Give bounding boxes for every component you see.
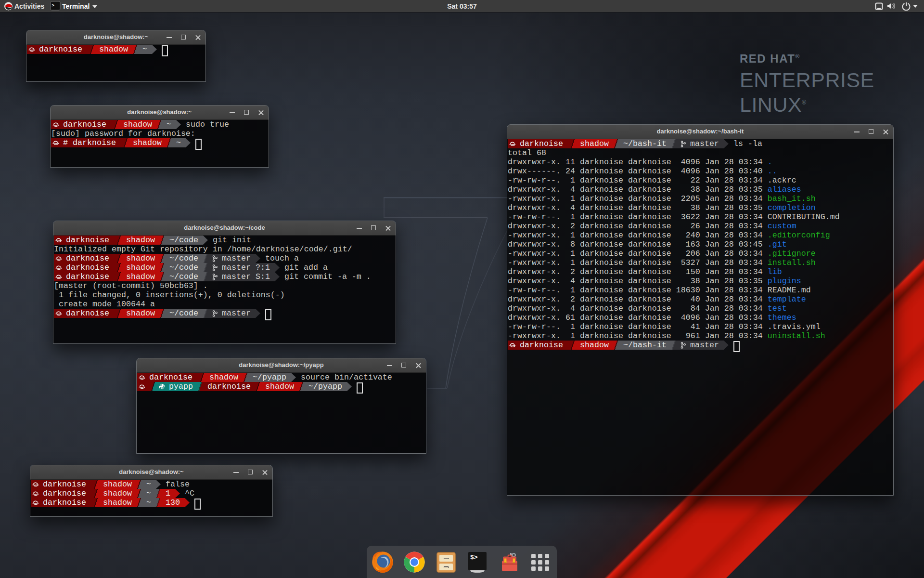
svg-text:>_: >_ xyxy=(52,3,57,8)
svg-text:$>: $> xyxy=(470,554,478,561)
